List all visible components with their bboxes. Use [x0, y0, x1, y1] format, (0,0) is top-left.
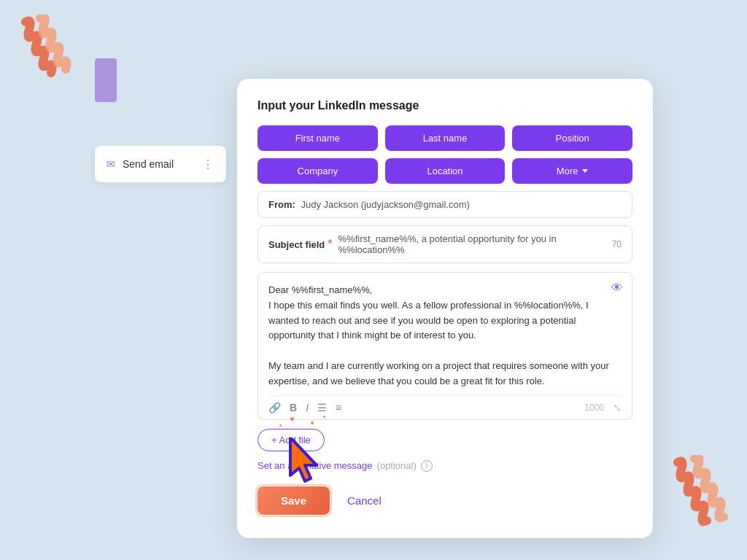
subject-value: %%first_name%%, a potential opportunity …	[338, 233, 612, 255]
subject-char-count: 70	[612, 239, 622, 249]
italic-toolbar-icon[interactable]: I	[306, 402, 309, 413]
save-button[interactable]: Save	[258, 486, 330, 515]
token-row-2: Company Location More	[258, 158, 632, 184]
ordered-list-toolbar-icon[interactable]: ☰	[317, 402, 327, 413]
message-area[interactable]: 👁 Dear %%first_name%%,I hope this email …	[258, 272, 632, 420]
message-toolbar: 🔗 B I ☰ ≡ 1000 ⤡	[268, 395, 622, 419]
subject-label: Subject field	[268, 239, 325, 250]
email-icon: ✉	[107, 158, 115, 170]
message-text: Dear %%first_name%%,I hope this email fi…	[268, 283, 622, 389]
preview-eye-icon[interactable]: 👁	[611, 281, 623, 295]
token-row-1: First name Last name Position	[258, 125, 632, 151]
chevron-down-icon	[582, 169, 588, 173]
send-email-panel[interactable]: ✉ Send email ⋮	[95, 146, 226, 182]
send-email-label: Send email	[123, 158, 195, 170]
message-char-count: 1000	[584, 402, 604, 413]
last-name-token-btn[interactable]: Last name	[385, 125, 506, 151]
company-token-btn[interactable]: Company	[258, 158, 378, 184]
location-token-btn[interactable]: Location	[385, 158, 506, 184]
wave-top-left-decorator	[15, 15, 73, 105]
alt-message-link[interactable]: Set an alternative message	[258, 460, 373, 471]
subject-required-marker: *	[328, 238, 332, 251]
cancel-button[interactable]: Cancel	[347, 494, 382, 507]
more-btn-label: More	[557, 166, 578, 176]
first-name-token-btn[interactable]: First name	[258, 125, 378, 151]
modal-actions: Save Cancel	[258, 486, 632, 515]
info-icon[interactable]: i	[421, 460, 433, 472]
resize-icon: ⤡	[613, 402, 622, 413]
background-purple-rect	[95, 58, 117, 102]
linkedin-message-modal: Input your LinkedIn message First name L…	[237, 79, 653, 538]
modal-title: Input your LinkedIn message	[258, 99, 632, 112]
from-field: From: Judy Jackson (judyjackson@gmail.co…	[258, 191, 632, 218]
bold-toolbar-icon[interactable]: B	[290, 402, 297, 413]
wave-bottom-right-decorator	[667, 455, 732, 545]
position-token-btn[interactable]: Position	[512, 125, 632, 151]
more-token-btn[interactable]: More	[512, 158, 632, 184]
alt-message-row: Set an alternative message (optional) i	[258, 460, 632, 472]
unordered-list-toolbar-icon[interactable]: ≡	[336, 402, 341, 413]
alt-message-optional: (optional)	[377, 460, 417, 471]
from-label: From:	[268, 199, 295, 210]
panel-more-dots[interactable]: ⋮	[202, 158, 214, 171]
subject-field[interactable]: Subject field * %%first_name%%, a potent…	[258, 225, 632, 263]
add-file-button[interactable]: + Add file	[258, 429, 325, 451]
link-toolbar-icon[interactable]: 🔗	[268, 402, 281, 413]
from-value: Judy Jackson (judyjackson@gmail.com)	[301, 199, 469, 210]
